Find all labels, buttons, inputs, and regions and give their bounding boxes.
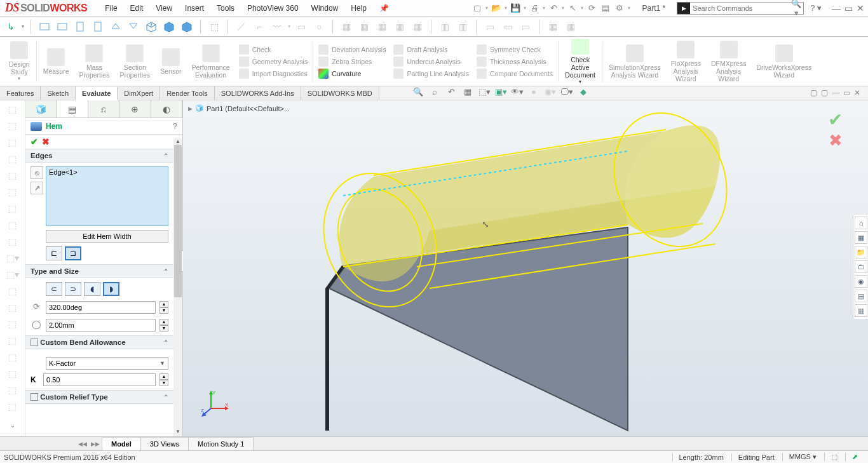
misc2-icon[interactable]: ▦ [564,20,578,34]
taskpane-resources-icon[interactable]: ▦ [855,231,867,244]
status-maximize-icon[interactable]: ⬈ [845,453,864,461]
driveworksxpress-button[interactable]: DriveWorksXpress Wizard [751,39,817,84]
geometry-analysis-button[interactable]: Geometry Analysis [239,57,308,67]
lt-icon-8[interactable]: ⬚ [6,220,19,232]
cba-group-header[interactable]: Custom Bend Allowance⌃ [25,335,173,349]
right-view-icon[interactable] [91,20,105,34]
view2-icon[interactable]: ▭ [501,20,515,34]
type-size-group-header[interactable]: Type and Size⌃ [25,264,173,278]
lt-icon-11[interactable]: ⬚▾ [6,269,19,282]
tab-mbd[interactable]: SOLIDWORKS MBD [301,86,379,100]
restore-icon[interactable]: ▭ [844,3,853,13]
k-factor-input[interactable] [43,373,156,386]
hem-radius-input[interactable] [46,319,156,332]
compare-documents-button[interactable]: Compare Documents [477,69,553,79]
tab-addins[interactable]: SOLIDWORKS Add-Ins [215,86,301,100]
top-view-icon[interactable] [109,20,123,34]
menu-window[interactable]: Window [311,4,339,13]
sketch-circle-icon[interactable]: ○ [312,20,326,34]
lt-icon-7[interactable]: ⬚ [6,203,19,216]
property-manager-tab[interactable]: ▤ [57,100,88,117]
help-icon[interactable]: ? ▾ [810,3,822,13]
design-study-button[interactable]: Design Study▾ [4,39,35,84]
radius-spinner[interactable]: ▲▼ [159,319,168,332]
menu-file[interactable]: File [105,4,117,13]
sensor-button[interactable]: Sensor [155,39,186,84]
display-style-icon[interactable]: ▣▾ [494,85,507,98]
taskpane-file-explorer-icon[interactable]: 🗀 [855,260,867,273]
scroll-thumb[interactable] [174,145,182,297]
previous-view-icon[interactable]: ↶ [445,85,458,98]
undo-icon[interactable]: ↶ [548,3,559,14]
minimize-icon[interactable]: — [832,3,841,13]
hem-rolled-button[interactable]: ◗ [103,282,119,296]
open-icon[interactable]: 📂 [491,3,502,14]
check-active-document-button[interactable]: Check Active Document▾ [560,39,600,84]
feature-manager-tab[interactable]: 🧊 [25,100,57,117]
taskpane-custom-props-icon[interactable]: ▥ [855,304,867,317]
lt-icon-4[interactable]: ⬚ [6,154,19,166]
status-units[interactable]: MMGS ▾ [782,453,823,461]
crt-group-header[interactable]: Custom Relief Type⌃ [25,390,173,404]
symmetry-check-button[interactable]: Symmetry Check [477,44,553,55]
zoom-fit-icon[interactable]: 🔍 [412,85,424,98]
tab-evaluate[interactable]: Evaluate [76,87,118,100]
graphics-viewport[interactable]: ▶ 🧊 Part1 (Default<<Default>... ✔ ✖ [183,100,868,436]
lt-icon-9[interactable]: ⬚ [6,236,19,249]
misc1-icon[interactable]: ▦ [546,20,560,34]
front-view-icon[interactable] [37,20,51,34]
sketch-line-icon[interactable]: ／ [234,20,248,34]
group4-icon[interactable]: ▦ [393,20,407,34]
lt-icon-17[interactable]: ⬚ [6,368,19,381]
lt-icon-10[interactable]: ⬚▾ [6,253,19,265]
menu-edit[interactable]: Edit [130,4,144,13]
lt-icon-12[interactable]: ⬚ [6,286,19,299]
search-icon[interactable]: 🔍▾ [789,0,803,18]
view-settings-icon[interactable]: 🖵▾ [560,85,573,98]
hem-angle-input[interactable] [46,301,156,314]
group1-icon[interactable]: ▦ [339,20,353,34]
taskpane-appearances-icon[interactable]: ▤ [855,290,867,302]
tab-features[interactable]: Features [0,86,41,100]
menu-help[interactable]: Help [351,4,367,13]
bottom-view-icon[interactable] [126,20,140,34]
lt-icon-15[interactable]: ⬚ [6,335,19,348]
thickness-analysis-button[interactable]: Thickness Analysis [477,57,553,67]
zoom-area-icon[interactable]: ⌕ [428,85,441,98]
lt-icon-18[interactable]: ⬚ [6,385,19,398]
hem-closed-button[interactable]: ⊂ [46,282,62,296]
edge-select-icon[interactable]: ⎋ [31,166,43,179]
iso-view-icon[interactable] [144,20,158,34]
lt-expand-icon[interactable]: ⌄ [7,422,18,428]
tab-sketch[interactable]: Sketch [41,86,76,100]
lt-icon-19[interactable]: ⬚ [6,401,19,414]
vp-prev-icon[interactable]: ▢ [810,88,817,97]
pattern2-icon[interactable]: ▥ [456,20,470,34]
material-inside-button[interactable]: ⊏ [46,246,62,260]
view3-icon[interactable]: ▭ [519,20,532,34]
zebra-stripes-button[interactable]: Zebra Stripes [318,57,386,67]
search-commands[interactable]: ▶ 🔍▾ [677,2,804,15]
btab-motion-study[interactable]: Motion Study 1 [188,437,254,450]
pin-icon[interactable]: 📌 [379,4,389,13]
scroll-down-icon[interactable]: ▼ [173,429,182,436]
taskpane-design-library-icon[interactable]: 📁 [855,246,867,258]
vp-close-icon[interactable]: ✕ [854,88,860,97]
rebuild-icon[interactable]: ⟳ [586,3,597,14]
hem-teardrop-button[interactable]: ◖ [84,282,100,296]
measure-button[interactable]: Measure [38,39,74,84]
edit-appearance-icon[interactable]: ● [527,85,540,98]
configuration-manager-tab[interactable]: ⎌ [88,100,119,117]
import-diagnostics-button[interactable]: Import Diagnostics [239,69,308,79]
check-button[interactable]: Check [239,44,308,55]
menu-insert[interactable]: Insert [185,4,204,13]
display-manager-tab[interactable]: ◐ [151,100,182,117]
orientation-triad[interactable]: Y X Z [201,389,229,417]
dimetric-icon[interactable] [180,20,194,34]
apply-scene-icon[interactable]: ◉▾ [544,85,557,98]
lt-icon-6[interactable]: ⬚ [6,187,19,199]
hem-open-button[interactable]: ⊃ [65,282,81,296]
edit-hem-width-button[interactable]: Edit Hem Width [46,230,168,243]
k-spinner[interactable]: ▲▼ [159,373,168,386]
simulationxpress-button[interactable]: SimulationXpress Analysis Wizard [604,39,666,84]
